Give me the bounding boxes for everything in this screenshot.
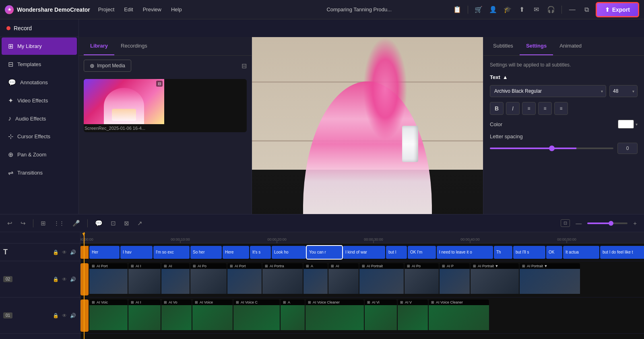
- video-clip-4[interactable]: ⊞ AI Port: [227, 263, 262, 295]
- subtitle-button[interactable]: 💬: [93, 218, 105, 229]
- text-clip-13[interactable]: but I'll s: [513, 246, 545, 259]
- media-thumbnail-0[interactable]: ⊟ ScreenRec_2025-01-06 16-4...: [84, 79, 247, 132]
- undo-button[interactable]: ↩: [5, 218, 15, 229]
- minimize-icon[interactable]: —: [567, 4, 578, 15]
- text-clip-5[interactable]: It's s: [250, 246, 271, 259]
- text-clip-15[interactable]: It actua: [563, 246, 599, 259]
- upgrade-icon[interactable]: ⬆: [516, 4, 528, 15]
- text-clip-2[interactable]: I'm so exc: [153, 246, 190, 259]
- text-audio-button[interactable]: 🔊: [69, 249, 77, 256]
- headset-icon[interactable]: 🎧: [545, 4, 557, 15]
- video-clip-3[interactable]: ⊞ AI Po: [190, 263, 227, 295]
- sidebar-item-cursor-effects[interactable]: ⊹ Cursor Effects: [2, 128, 77, 145]
- align-right-button[interactable]: ≡: [554, 102, 568, 115]
- video-clip-0[interactable]: ⊞ AI Port: [89, 263, 128, 295]
- tab-subtitles[interactable]: Subtitles: [487, 37, 520, 55]
- font-select[interactable]: Archivo Black Regular: [490, 85, 606, 97]
- zoom-out-button[interactable]: —: [573, 218, 584, 228]
- sidebar-item-audio-effects[interactable]: ♪ Audio Effects: [2, 110, 77, 127]
- italic-button[interactable]: I: [506, 102, 520, 115]
- audio-clip-2[interactable]: ⊞ AI Vo: [161, 299, 192, 332]
- text-clip-9[interactable]: but I: [386, 246, 407, 259]
- clip-action-2[interactable]: ⊠: [122, 218, 132, 229]
- sidebar-item-transitions[interactable]: ⇌ Transitions: [2, 164, 77, 181]
- text-clip-1[interactable]: I hav: [120, 246, 153, 259]
- video-clip-2[interactable]: ⊞ AI: [161, 263, 190, 295]
- tab-settings[interactable]: Settings: [520, 37, 553, 55]
- video-clip-11[interactable]: ⊞ AI Portrait ▼: [471, 263, 519, 295]
- fit-timeline-button[interactable]: ⊡: [561, 219, 570, 227]
- cart-icon[interactable]: 🛒: [473, 4, 484, 15]
- sidebar-item-pan-zoom[interactable]: ⊕ Pan & Zoom: [2, 146, 77, 163]
- text-clip-12[interactable]: Th: [494, 246, 512, 259]
- audio-clip-6[interactable]: ⊞ AI Voice Cleaner: [305, 299, 364, 332]
- video-clip-6[interactable]: ⊞ A: [303, 263, 328, 295]
- account-icon[interactable]: 👤: [487, 4, 499, 15]
- text-section-header[interactable]: Text ▲: [490, 74, 638, 80]
- maximize-icon[interactable]: ⧉: [581, 4, 592, 15]
- text-clip-start[interactable]: [80, 246, 89, 259]
- color-swatch[interactable]: [618, 120, 634, 129]
- voice-button[interactable]: 🎤: [70, 218, 83, 229]
- tab-animated[interactable]: Animated: [553, 37, 588, 55]
- audio-clip-4[interactable]: ⊞ AI Voice C: [233, 299, 280, 332]
- audio-clip-5[interactable]: ⊞ A: [281, 299, 305, 332]
- video-clip-12[interactable]: ⊞ AI Portrait ▼: [520, 263, 580, 295]
- feedback-icon[interactable]: 📋: [452, 4, 463, 15]
- clip-action-3[interactable]: ↗: [135, 218, 145, 229]
- color-chevron-icon[interactable]: ▾: [636, 122, 638, 127]
- filter-icon[interactable]: ⊟: [242, 62, 247, 70]
- crop-button[interactable]: ⊞: [38, 218, 48, 229]
- tab-library[interactable]: Library: [84, 37, 114, 55]
- audio-mute-button[interactable]: 🔊: [69, 312, 77, 319]
- text-clip-14[interactable]: OK: [546, 246, 562, 259]
- graduation-icon[interactable]: 🎓: [502, 4, 513, 15]
- menu-preview[interactable]: Preview: [143, 6, 161, 12]
- audio-clip-0[interactable]: ⊞ AI Voic: [89, 299, 128, 332]
- bold-button[interactable]: B: [490, 102, 504, 115]
- text-clip-11[interactable]: I need to leave it o: [437, 246, 493, 259]
- export-button[interactable]: ⬆ Export: [596, 2, 639, 17]
- audio-visibility-button[interactable]: 👁: [61, 312, 68, 319]
- text-clip-6[interactable]: Look ho: [272, 246, 306, 259]
- video-clip-8[interactable]: ⊞ AI Portrait: [359, 263, 404, 295]
- menu-help[interactable]: Help: [171, 6, 182, 12]
- text-clip-3[interactable]: So her: [190, 246, 222, 259]
- audio-clip-3[interactable]: ⊞ AI Voice: [192, 299, 233, 332]
- mail-icon[interactable]: ✉: [531, 4, 542, 15]
- audio-clip-yellow[interactable]: [80, 299, 89, 332]
- menu-edit[interactable]: Edit: [124, 6, 133, 12]
- text-visibility-button[interactable]: 👁: [61, 249, 68, 256]
- video-visibility-button[interactable]: 👁: [61, 276, 68, 283]
- record-button[interactable]: Record: [6, 25, 32, 31]
- clip-action-1[interactable]: ⊡: [108, 218, 118, 229]
- text-clip-8[interactable]: I kind of war: [343, 246, 385, 259]
- audio-clip-8[interactable]: ⊞ AI V: [398, 299, 428, 332]
- audio-clip-7[interactable]: ⊞ AI Vi: [365, 299, 397, 332]
- video-clip-1[interactable]: ⊞ AI I: [128, 263, 161, 295]
- audio-lock-button[interactable]: 🔒: [52, 312, 60, 319]
- sidebar-item-video-effects[interactable]: ✦ Video Effects: [2, 92, 77, 109]
- import-media-button[interactable]: ⊕ Import Media: [84, 60, 131, 72]
- align-center-button[interactable]: ≡: [538, 102, 552, 115]
- text-clip-4[interactable]: Here: [223, 246, 249, 259]
- video-clip-5[interactable]: ⊞ AI Portra: [262, 263, 303, 295]
- video-clip-10[interactable]: ⊞ AI P: [440, 263, 470, 295]
- text-clip-16[interactable]: but I do feel like t: [600, 246, 644, 259]
- align-left-button[interactable]: ≡: [522, 102, 536, 115]
- audio-clip-9[interactable]: ⊞ AI Voice Cleaner: [429, 299, 489, 332]
- size-select[interactable]: 24323648566472: [609, 85, 638, 97]
- sidebar-item-annotations[interactable]: 💬 Annotations: [2, 74, 77, 91]
- text-lock-button[interactable]: 🔒: [52, 249, 60, 256]
- text-clip-0[interactable]: Her: [89, 246, 120, 259]
- video-clip-7[interactable]: ⊞ AI: [328, 263, 359, 295]
- video-lock-button[interactable]: 🔒: [52, 276, 60, 283]
- zoom-slider[interactable]: [587, 223, 627, 224]
- sidebar-item-templates[interactable]: ⊟ Templates: [2, 56, 77, 73]
- zoom-in-button[interactable]: +: [631, 218, 639, 228]
- video-audio-button[interactable]: 🔊: [69, 276, 77, 283]
- text-clip-selected[interactable]: You can r: [307, 246, 342, 259]
- sidebar-item-my-library[interactable]: ⊞ My Library: [2, 37, 77, 55]
- redo-button[interactable]: ↪: [18, 218, 28, 229]
- video-clip-9[interactable]: ⊞ AI Po: [405, 263, 439, 295]
